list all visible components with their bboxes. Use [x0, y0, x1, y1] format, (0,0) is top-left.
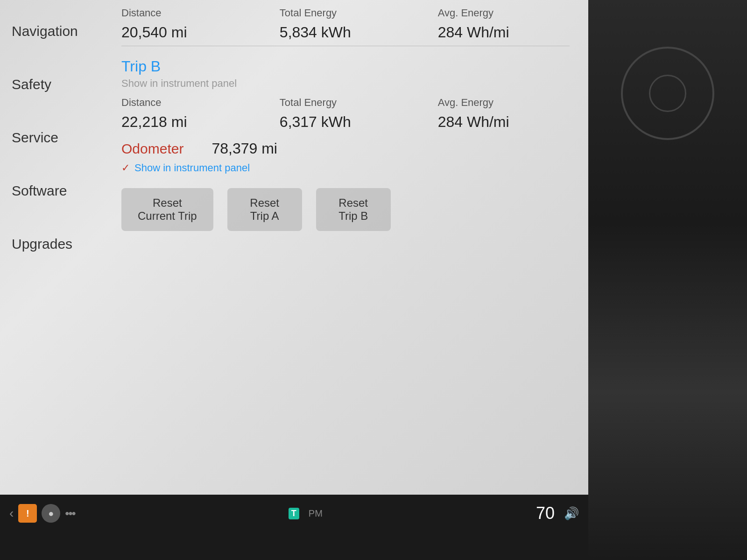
trip-a-section: Distance Total Energy Avg. Energy 20,540… — [121, 5, 570, 46]
odometer-row: Odometer 78,379 mi — [121, 140, 570, 157]
sidebar-item-navigation[interactable]: Navigation — [5, 19, 103, 44]
trip-b-distance-val-col: 22,218 mi — [121, 113, 280, 131]
trip-b-headers: Distance Total Energy Avg. Energy — [121, 97, 570, 111]
trip-a-energy-val-col: 5,834 kWh — [280, 24, 438, 41]
pm-icon: PM — [309, 508, 323, 519]
trip-b-total-energy-value: 6,317 kWh — [280, 113, 438, 131]
trip-a-total-energy-label: Total Energy — [280, 7, 438, 19]
trip-a-headers: Distance Total Energy Avg. Energy — [121, 7, 570, 21]
main-screen: Navigation Safety Service Software Upgra… — [0, 0, 588, 532]
trip-b-values: 22,218 mi 6,317 kWh 284 Wh/mi — [121, 113, 570, 131]
trip-a-total-energy-value: 5,834 kWh — [280, 24, 438, 41]
odometer-show-instrument[interactable]: ✓ Show in instrument panel — [121, 162, 570, 174]
volume-icon[interactable]: 🔊 — [564, 506, 579, 521]
trip-a-energy-col: Total Energy — [280, 7, 438, 21]
trip-b-energy-col: Total Energy — [280, 97, 438, 111]
trip-b-show-instrument[interactable]: Show in instrument panel — [121, 77, 570, 90]
sidebar: Navigation Safety Service Software Upgra… — [0, 0, 103, 532]
trip-b-title: Trip B — [121, 58, 570, 75]
taskbar: ‹ ! ● ••• T PM 70 🔊 — [0, 495, 588, 532]
trip-a-avg-energy-value: 284 Wh/mi — [438, 24, 570, 41]
trip-a-avg-val-col: 284 Wh/mi — [438, 24, 570, 41]
right-panel — [588, 0, 747, 560]
circle-icon[interactable]: ● — [42, 504, 60, 523]
sidebar-item-service[interactable]: Service — [5, 125, 103, 150]
reset-trip-a-button[interactable]: ResetTrip A — [227, 188, 302, 231]
t-icon: T — [289, 508, 299, 519]
buttons-row: ResetCurrent Trip ResetTrip A ResetTrip … — [121, 188, 570, 231]
reset-trip-b-button[interactable]: ResetTrip B — [316, 188, 391, 231]
trip-a-avg-energy-label: Avg. Energy — [438, 7, 570, 19]
trip-a-avg-col: Avg. Energy — [438, 7, 570, 21]
trip-b-energy-val-col: 6,317 kWh — [280, 113, 438, 131]
trip-b-avg-energy-value: 284 Wh/mi — [438, 113, 570, 131]
sidebar-item-upgrades[interactable]: Upgrades — [5, 231, 103, 257]
trip-a-distance-value: 20,540 mi — [121, 24, 280, 41]
trip-b-avg-energy-label: Avg. Energy — [438, 97, 570, 109]
trip-a-distance-val-col: 20,540 mi — [121, 24, 280, 41]
odometer-value: 78,379 mi — [211, 140, 277, 157]
sidebar-item-software[interactable]: Software — [5, 178, 103, 203]
trip-a-values: 20,540 mi 5,834 kWh 284 Wh/mi — [121, 24, 570, 41]
taskbar-right: 70 🔊 — [536, 504, 579, 523]
trip-b-distance-label: Distance — [121, 97, 280, 109]
more-icon[interactable]: ••• — [65, 506, 75, 521]
sidebar-item-safety[interactable]: Safety — [5, 72, 103, 97]
trip-a-distance-label: Distance — [121, 7, 280, 19]
trip-b-distance-value: 22,218 mi — [121, 113, 280, 131]
trip-b-avg-val-col: 284 Wh/mi — [438, 113, 570, 131]
reset-current-trip-button[interactable]: ResetCurrent Trip — [121, 188, 213, 231]
steering-wheel-area — [621, 47, 714, 140]
odometer-show-instrument-label: Show in instrument panel — [134, 162, 250, 174]
steering-wheel-inner — [649, 75, 686, 112]
odometer-label: Odometer — [121, 141, 183, 157]
checkmark-icon: ✓ — [121, 162, 130, 174]
orange-notification-icon[interactable]: ! — [18, 504, 37, 523]
trip-b-distance-col: Distance — [121, 97, 280, 111]
speed-display: 70 — [536, 504, 555, 523]
main-content: Distance Total Energy Avg. Energy 20,540… — [103, 0, 588, 532]
taskbar-left: ‹ ! ● ••• — [9, 504, 75, 523]
trip-b-total-energy-label: Total Energy — [280, 97, 438, 109]
nav-back-icon[interactable]: ‹ — [9, 506, 14, 521]
taskbar-center: T PM — [289, 508, 323, 519]
trip-b-avg-col: Avg. Energy — [438, 97, 570, 111]
odometer-section: Odometer 78,379 mi ✓ Show in instrument … — [121, 131, 570, 240]
trip-a-distance-col: Distance — [121, 7, 280, 21]
trip-b-section: Trip B Show in instrument panel Distance… — [121, 49, 570, 131]
